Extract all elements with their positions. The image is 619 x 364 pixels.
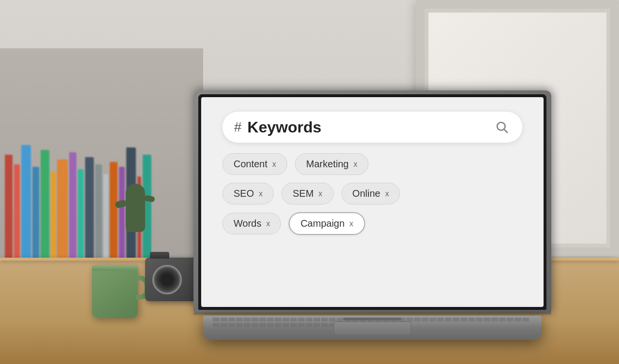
cactus [126,184,145,232]
hash-symbol: # [234,119,242,135]
book [57,160,68,261]
keyboard-key [344,318,351,321]
tag-online-label: Online [353,188,381,199]
keyboard-key [453,318,459,321]
keyboard-key [306,323,312,327]
keyboard-key [213,318,220,321]
keyboard-key [422,318,428,321]
book [69,152,76,261]
keyboard-key [244,323,251,327]
book [103,174,108,261]
keyboard-key [236,323,243,327]
keyboard-key [267,318,274,321]
search-bar[interactable]: # Keywords [222,112,522,143]
keyboard-key [259,323,266,327]
keyboard-key [251,318,258,321]
keywords-input[interactable]: Keywords [248,118,487,136]
keyboard-key [275,323,281,327]
keyboard-key [383,318,390,321]
keyboard-key [267,323,274,327]
keyboard-key [321,323,328,327]
svg-point-0 [497,122,505,130]
laptop-lid: # Keywords [193,90,551,313]
book [14,164,20,261]
tag-words-remove[interactable]: x [266,219,270,228]
keyboard-key [391,318,398,321]
keyboard-key [375,318,382,321]
keyboard-key [321,318,328,321]
tag-seo[interactable]: SEO x [222,183,274,204]
keyboard-key [251,323,258,327]
tag-online-remove[interactable]: x [385,189,389,198]
keyboard-key [476,318,483,321]
svg-line-1 [504,130,508,133]
keyboard-key [437,318,444,321]
book [21,145,31,261]
keyboard-key [398,318,405,321]
tag-campaign[interactable]: Campaign x [289,212,365,235]
tag-sem[interactable]: SEM x [281,183,333,204]
book [41,150,49,261]
tag-words[interactable]: Words x [222,213,281,234]
keyboard-key [445,318,452,321]
keyboard-key [228,323,235,327]
keyboard-key [414,318,421,321]
keyboard-key [515,318,521,321]
book [32,167,39,261]
book [95,164,102,261]
keyboard-key [306,318,312,321]
laptop-base [203,316,542,340]
keyboard-key [282,318,289,321]
keyboard-key [244,318,251,321]
keyboard-key [491,318,498,321]
tags-row-3: Words x Campaign x [222,212,522,235]
book [78,169,84,261]
keyboard-key [337,318,343,321]
search-icon-wrap[interactable] [493,118,511,136]
scene: # Keywords [0,0,619,364]
tag-marketing-remove[interactable]: x [354,160,357,169]
tag-content-label: Content [234,159,267,170]
tags-row-2: SEO x SEM x Online x [222,183,522,204]
book [85,157,94,261]
keyboard-key [329,318,336,321]
keyboard-key [221,323,227,327]
tag-words-label: Words [234,218,261,229]
laptop-wrapper: # Keywords [189,90,556,340]
tag-seo-remove[interactable]: x [259,189,263,198]
keyboard-key [213,323,220,327]
keyboard-key [228,318,235,321]
tag-online[interactable]: Online x [341,183,400,204]
keyboard-key [406,318,413,321]
tag-sem-label: SEM [293,188,313,199]
keyboard-key [352,318,359,321]
tag-marketing[interactable]: Marketing x [295,153,368,175]
keyboard-key [507,318,514,321]
tag-seo-label: SEO [234,188,254,199]
keyboard-key [484,318,490,321]
bookshelf [0,48,203,271]
book [51,172,56,261]
search-icon [495,120,509,134]
screen-bezel: # Keywords [198,94,546,310]
tag-content[interactable]: Content x [222,153,287,175]
keyboard-key [368,318,374,321]
keyboard-key [290,318,297,321]
keyboard-key [221,318,227,321]
keyboard-key [236,318,243,321]
keyboard-key [522,318,529,321]
screen-content: # Keywords [201,97,544,307]
keyboard-key [282,323,289,327]
tag-content-remove[interactable]: x [272,160,276,169]
keyboard-key [275,318,281,321]
keyboard-key [460,318,467,321]
tags-row-1: Content x Marketing x [222,153,522,175]
tag-sem-remove[interactable]: x [319,189,323,198]
book [110,162,118,261]
tags-area: Content x Marketing x SEO [222,153,522,235]
keyboard-key [499,318,506,321]
tag-marketing-label: Marketing [306,159,349,170]
mug-top [92,265,138,271]
tag-campaign-remove[interactable]: x [350,219,354,228]
tag-campaign-label: Campaign [300,218,344,229]
